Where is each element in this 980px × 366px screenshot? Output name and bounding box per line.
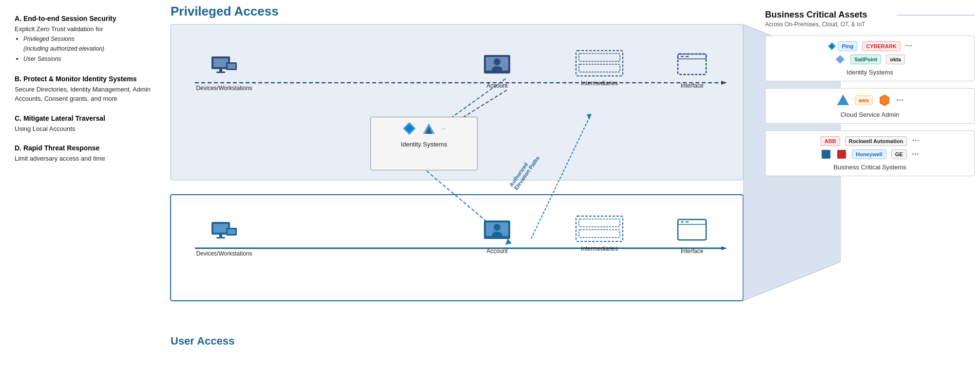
svg-rect-46 xyxy=(579,230,620,238)
user-interface-node: Interface xyxy=(663,217,721,255)
cloud-section-label: Cloud Service Admin xyxy=(772,111,967,118)
user-account-node: Account xyxy=(468,217,526,255)
critical-section-label: Business Critical Systems xyxy=(772,164,967,171)
identity-systems-box: ··· Identity Systems xyxy=(370,117,478,170)
section-a-body: Explicit Zero Trust validation for Privi… xyxy=(15,24,156,64)
svg-rect-61 xyxy=(837,150,846,159)
user-interface-label: Interface xyxy=(681,248,704,255)
identity-logos-2: SailPoint okta xyxy=(772,54,967,65)
section-c: C. Mitigate Lateral Traversal Using Loca… xyxy=(15,114,156,134)
sailpoint-logo: SailPoint xyxy=(850,55,881,64)
section-a: A. End-to-end Session Security Explicit … xyxy=(15,15,156,64)
svg-rect-35 xyxy=(213,224,228,233)
cyberark-logo: CYBERARK xyxy=(862,41,900,51)
ping-logo: Ping xyxy=(838,41,857,51)
cloud-service-section: aws ··· Cloud Service Admin xyxy=(765,88,975,124)
section-a-bullets: Privileged Sessions (including authorize… xyxy=(15,34,156,64)
business-critical-panel: Business Critical Assets Across On-Premi… xyxy=(765,10,975,184)
user-intermediaries-node: Intermediaries xyxy=(560,214,638,252)
section-d-title: D. Rapid Threat Response xyxy=(15,144,156,152)
elevation-label: AuthorizedElevation Paths xyxy=(508,152,541,191)
svg-rect-39 xyxy=(228,229,235,234)
priv-intermediaries-node: Intermediaries xyxy=(560,49,638,87)
critical-more-dots-2: ··· xyxy=(912,149,919,160)
bca-title: Business Critical Assets xyxy=(765,10,975,20)
priv-account-label: Account xyxy=(486,82,507,89)
svg-rect-47 xyxy=(678,220,706,240)
svg-rect-25 xyxy=(579,64,620,72)
privileged-access-title: Privileged Access xyxy=(171,4,279,19)
critical-logos-1: ABB Rockwell Automation ··· xyxy=(772,136,967,146)
honeywell-logo: Honeywell xyxy=(852,149,886,159)
section-c-title: C. Mitigate Lateral Traversal xyxy=(15,114,156,122)
identity-logos: Ping CYBERARK ··· xyxy=(772,41,967,51)
priv-intermediaries-icon xyxy=(575,49,624,78)
priv-interface-icon xyxy=(675,51,709,80)
user-account-icon xyxy=(480,217,514,246)
bullet-privileged-sessions: Privileged Sessions (including authorize… xyxy=(23,34,156,55)
svg-marker-4 xyxy=(721,81,727,85)
user-interface-icon xyxy=(675,217,709,246)
svg-rect-15 xyxy=(219,69,222,72)
svg-rect-37 xyxy=(216,237,225,238)
critical-logos-2: Honeywell GE ··· xyxy=(772,149,967,160)
user-devices-node: Devices/Workstations xyxy=(195,219,253,257)
critical-more-dots: ··· xyxy=(912,136,919,146)
svg-rect-14 xyxy=(213,58,228,67)
aws-logo: aws xyxy=(855,95,873,105)
priv-devices-node: Devices/Workstations xyxy=(195,54,253,92)
cloud-logos: aws ··· xyxy=(772,93,967,107)
left-panel: A. End-to-end Session Security Explicit … xyxy=(0,0,166,366)
svg-point-43 xyxy=(492,232,502,238)
section-a-title: A. End-to-end Session Security xyxy=(15,15,156,22)
user-intermediaries-icon xyxy=(575,214,624,243)
section-b-title: B. Protect & Monitor Identity Systems xyxy=(15,75,156,83)
svg-rect-26 xyxy=(678,54,706,74)
section-b-body: Secure Directories, Identity Management,… xyxy=(15,85,156,104)
cloud-more-dots: ··· xyxy=(896,95,903,106)
critical-systems-section: ABB Rockwell Automation ··· Honeywell GE… xyxy=(765,130,975,176)
svg-marker-5 xyxy=(721,246,727,250)
svg-rect-60 xyxy=(822,150,830,159)
svg-point-42 xyxy=(494,224,500,231)
identity-systems-label: Identity Systems xyxy=(401,141,447,148)
abb-logo: ABB xyxy=(821,136,840,146)
svg-point-22 xyxy=(492,66,502,73)
identity-section-label: Identity Systems xyxy=(772,69,967,76)
user-devices-icon xyxy=(207,219,241,248)
priv-account-node: Account xyxy=(468,51,526,89)
user-account-label: Account xyxy=(486,248,507,255)
section-b: B. Protect & Monitor Identity Systems Se… xyxy=(15,75,156,104)
priv-account-icon xyxy=(480,51,514,80)
svg-point-21 xyxy=(494,58,500,65)
identity-systems-section: Ping CYBERARK ··· SailPoint okta Identit… xyxy=(765,36,975,81)
bca-subtitle: Across On-Premises, Cloud, OT, & IoT xyxy=(765,21,975,28)
user-access-title: User Access xyxy=(171,335,234,348)
priv-interface-label: Interface xyxy=(681,82,704,89)
section-d: D. Rapid Threat Response Limit adversary… xyxy=(15,144,156,164)
bullet-user-sessions: User Sessions xyxy=(23,54,156,64)
priv-devices-label: Devices/Workstations xyxy=(196,85,252,92)
ge-logo: GE xyxy=(891,149,907,159)
rockwell-logo: Rockwell Automation xyxy=(845,136,907,146)
svg-marker-55 xyxy=(836,55,845,64)
svg-marker-12 xyxy=(587,114,592,120)
priv-intermediaries-label: Intermediaries xyxy=(581,80,618,87)
priv-interface-node: Interface xyxy=(663,51,721,89)
user-devices-label: Devices/Workstations xyxy=(196,250,252,257)
user-intermediaries-label: Intermediaries xyxy=(581,245,618,252)
section-c-body: Using Local Accounts xyxy=(15,124,156,134)
svg-rect-18 xyxy=(228,64,235,69)
section-d-body: Limit adversary access and time xyxy=(15,154,156,164)
svg-rect-1 xyxy=(171,195,743,301)
svg-rect-24 xyxy=(579,54,620,61)
svg-rect-36 xyxy=(219,235,222,237)
okta-logo: okta xyxy=(886,55,905,64)
identity-more-dots: ··· xyxy=(905,41,913,51)
priv-devices-icon xyxy=(207,54,241,83)
svg-rect-16 xyxy=(216,72,225,73)
svg-rect-45 xyxy=(579,219,620,227)
